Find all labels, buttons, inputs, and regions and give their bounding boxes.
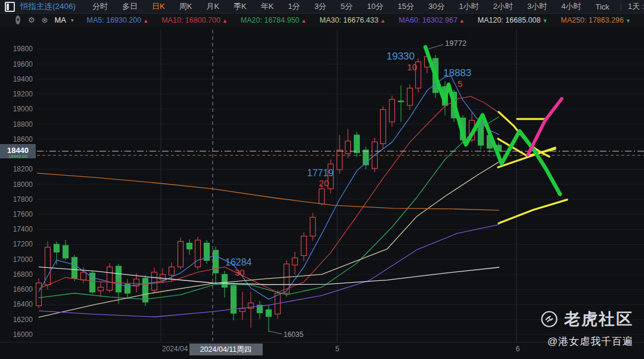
candle-body[interactable]: [301, 236, 307, 256]
window-chart-icon: [5, 2, 15, 12]
candle-body[interactable]: [116, 266, 122, 292]
timeframe-menu: 分时多日日K周K月K季K年K1分3分5分10分15分30分1小时2小时3小时4小…: [85, 1, 617, 12]
candle-body[interactable]: [107, 267, 113, 290]
candle-body[interactable]: [266, 310, 272, 316]
tab-周K[interactable]: 周K: [172, 1, 200, 12]
y-axis-label: 17200: [13, 240, 33, 248]
ma-line-MA250: [37, 173, 499, 210]
candle-body[interactable]: [81, 272, 86, 280]
tab-3小时[interactable]: 3小时: [520, 1, 554, 12]
tab-1小时[interactable]: 1小时: [452, 1, 486, 12]
tab-年K[interactable]: 年K: [254, 1, 281, 12]
ma-group-label[interactable]: MA: [54, 15, 66, 24]
candle-body[interactable]: [160, 274, 166, 280]
tab-4小时[interactable]: 4小时: [554, 1, 588, 12]
y-axis-label: 17600: [13, 210, 33, 218]
y-axis-label: 16600: [13, 285, 33, 294]
timeframe-toolbar: 恒指主连(2406) 分时多日日K周K月K季K年K1分3分5分10分15分30分…: [0, 0, 644, 14]
y-axis-label: 16800: [13, 270, 33, 279]
y-axis-label: 17800: [13, 195, 33, 204]
candle-body[interactable]: [222, 274, 228, 287]
y-axis-label: 18800: [13, 120, 33, 129]
tab-30分[interactable]: 30分: [421, 1, 452, 12]
candle-body[interactable]: [169, 267, 175, 275]
candle-body[interactable]: [310, 217, 316, 236]
ma-readout-MA120: MA120: 16685.008▼: [478, 16, 548, 24]
candle-body[interactable]: [178, 241, 183, 267]
y-axis-label: 16200: [13, 316, 33, 324]
candle-body[interactable]: [293, 258, 298, 265]
x-axis-label: 6: [516, 345, 520, 353]
ma-readouts: MA5: 16930.200▲MA10: 16800.700▲MA20: 167…: [74, 16, 644, 24]
tab-月K[interactable]: 月K: [199, 1, 226, 12]
candle-body[interactable]: [54, 244, 60, 252]
price-tag-subvalue: 18440.00: [8, 154, 27, 159]
candle-body[interactable]: [187, 243, 192, 249]
candle-body[interactable]: [143, 278, 148, 302]
ma-line-MA5: [39, 76, 499, 299]
chart-canvas[interactable]: 1980019600194001920019000188001860018200…: [0, 0, 644, 359]
pink-bounce-projection[interactable]: [528, 99, 562, 155]
price-annotation: 16035: [284, 330, 304, 339]
y-axis-label: 19800: [13, 45, 33, 53]
indicator-toolbar: ▼ ⚙ ⊗ MA ▾ MA5: 16930.200▲MA10: 16800.70…: [0, 14, 644, 26]
candle-body[interactable]: [63, 245, 69, 258]
collapse-indicator-icon[interactable]: ▼: [15, 15, 20, 24]
y-axis-label: 19600: [13, 60, 33, 68]
tab-多日[interactable]: 多日: [115, 1, 145, 12]
price-annotation: 19330: [387, 51, 415, 62]
tab-Tick[interactable]: Tick: [588, 2, 616, 11]
y-axis-label: 18600: [13, 135, 33, 143]
candle-body[interactable]: [346, 141, 351, 154]
ma-readout-MA60: MA60: 16302.967▲: [399, 16, 465, 24]
y-axis-label: 18000: [13, 180, 33, 189]
ma-readout-MA10: MA10: 16800.700▲: [161, 16, 228, 24]
tab-季K[interactable]: 季K: [226, 1, 254, 12]
gear-icon[interactable]: ⚙: [28, 15, 35, 24]
candle-body[interactable]: [125, 284, 130, 293]
candle-body[interactable]: [36, 283, 42, 305]
date-tag-value: 2024/04/11周四: [200, 345, 252, 354]
candle-body[interactable]: [98, 287, 104, 291]
price-annotation: 30: [235, 267, 245, 277]
ma-chevron-down-icon[interactable]: ▾: [69, 17, 74, 23]
candle-body[interactable]: [390, 99, 395, 122]
instrument-symbol[interactable]: 恒指主连(2406): [20, 1, 76, 12]
y-axis-label: 17000: [13, 255, 33, 264]
tab-15分[interactable]: 15分: [391, 1, 421, 12]
tab-5分[interactable]: 5分: [334, 1, 360, 12]
ma-readout-MA20: MA20: 16784.950▲: [241, 16, 307, 24]
candle-body[interactable]: [72, 257, 77, 278]
brand-name: 老虎社区: [564, 308, 633, 330]
ma-readout-MA250: MA250: 17863.296▼: [561, 16, 631, 24]
candle-body[interactable]: [399, 101, 404, 102]
ma-readout-MA5: MA5: 16930.200▲: [87, 16, 149, 24]
y-axis-label: 19000: [13, 105, 33, 113]
y-axis-label: 18200: [13, 165, 33, 173]
candle-body[interactable]: [381, 110, 386, 143]
candle-body[interactable]: [195, 240, 201, 267]
tab-10分[interactable]: 10分: [360, 1, 390, 12]
candle-body[interactable]: [152, 272, 157, 290]
close-indicator-icon[interactable]: ⊗: [42, 15, 48, 24]
yellow-projection-e[interactable]: [499, 199, 567, 223]
x-axis-label: 5: [335, 345, 340, 353]
period-selector[interactable]: 1天 : 1分K: [626, 1, 644, 12]
price-annotation: 18883: [443, 67, 471, 79]
candle-body[interactable]: [213, 250, 219, 273]
tab-1分[interactable]: 1分: [281, 1, 307, 12]
tab-3分[interactable]: 3分: [307, 1, 334, 12]
price-annotation: 10: [407, 62, 417, 72]
tiger-logo-icon: [540, 310, 558, 328]
trading-app-window: 1980019600194001920019000188001860018200…: [0, 0, 644, 359]
tab-分时[interactable]: 分时: [85, 1, 115, 12]
candle-body[interactable]: [354, 135, 360, 153]
candle-body[interactable]: [319, 189, 325, 204]
y-axis-label: 16000: [13, 330, 33, 339]
candle-body[interactable]: [407, 88, 413, 105]
ma-readout-MA30: MA30: 16676.433▲: [319, 16, 385, 24]
tab-2小时[interactable]: 2小时: [486, 1, 520, 12]
annotation-pointer: [428, 45, 443, 49]
tab-日K[interactable]: 日K: [145, 1, 172, 12]
candle-body[interactable]: [337, 150, 343, 170]
